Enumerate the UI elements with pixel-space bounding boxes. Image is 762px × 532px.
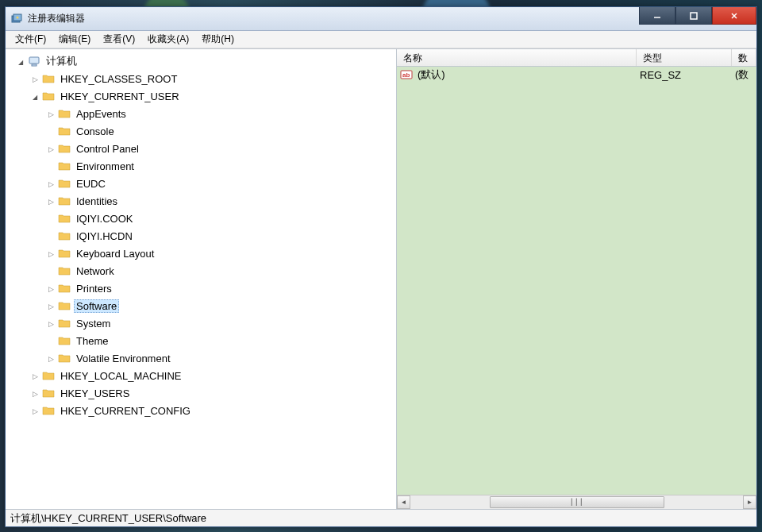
expand-toggle-icon[interactable]: [29, 75, 40, 83]
tree-label: IQIYI.HCDN: [74, 229, 135, 243]
minimize-button[interactable]: [639, 7, 675, 25]
scroll-thumb[interactable]: ┃┃┃: [490, 496, 664, 508]
menu-edit[interactable]: 编辑(E): [52, 31, 97, 48]
expand-toggle-icon[interactable]: [45, 302, 56, 310]
expand-toggle-icon[interactable]: [45, 197, 56, 206]
tree-node-environment[interactable]: Environment: [10, 157, 396, 175]
expand-toggle-icon[interactable]: [45, 354, 56, 363]
tree-node-iqiyihcdn[interactable]: IQIYI.HCDN: [10, 227, 396, 245]
svg-point-2: [17, 16, 19, 18]
folder-icon: [58, 352, 71, 364]
value-data: (数: [735, 67, 756, 82]
expand-toggle-icon[interactable]: [29, 372, 40, 380]
tree-label: Software: [74, 299, 119, 313]
window-registry-editor: 注册表编辑器 文件(F) 编辑(E) 查看(V) 收藏夹(A) 帮助(H) 计算…: [5, 6, 757, 527]
tree-node-computer[interactable]: 计算机: [10, 52, 396, 70]
tree-node-keyboard[interactable]: Keyboard Layout: [10, 245, 396, 262]
string-value-icon: ab: [400, 68, 413, 81]
tree-label: System: [74, 317, 113, 330]
tree-node-theme[interactable]: Theme: [10, 332, 396, 349]
tree-label: Theme: [74, 334, 110, 348]
folder-icon: [58, 264, 71, 277]
status-bar: 计算机\HKEY_CURRENT_USER\Software: [6, 509, 756, 526]
expand-toggle-icon[interactable]: [45, 284, 56, 293]
maximize-button[interactable]: [675, 7, 712, 25]
menu-bar: 文件(F) 编辑(E) 查看(V) 收藏夹(A) 帮助(H): [6, 31, 756, 48]
menu-help[interactable]: 帮助(H): [195, 31, 241, 48]
tree-node-volatile[interactable]: Volatile Environment: [10, 349, 396, 367]
svg-rect-8: [32, 64, 37, 66]
menu-favorites[interactable]: 收藏夹(A): [141, 31, 195, 48]
tree-node-hkcr[interactable]: HKEY_CLASSES_ROOT: [10, 70, 396, 87]
tree-node-hkcu[interactable]: HKEY_CURRENT_USER: [10, 87, 396, 105]
scroll-right-button[interactable]: ►: [743, 495, 756, 509]
computer-icon: [28, 55, 40, 67]
folder-icon: [58, 334, 71, 347]
tree-label: Volatile Environment: [74, 352, 173, 365]
folder-icon: [42, 90, 55, 102]
svg-text:ab: ab: [402, 71, 410, 79]
folder-icon: [58, 107, 71, 120]
folder-icon: [58, 317, 71, 330]
folder-icon: [58, 177, 71, 190]
tree-label: HKEY_CURRENT_CONFIG: [58, 404, 193, 418]
tree-node-software[interactable]: Software: [10, 297, 396, 314]
list-body[interactable]: ab (默认) REG_SZ (数: [397, 67, 756, 495]
status-path: 计算机\HKEY_CURRENT_USER\Software: [10, 511, 206, 526]
tree-node-controlpanel[interactable]: Control Panel: [10, 140, 396, 157]
horizontal-scrollbar[interactable]: ◄ ┃┃┃ ►: [397, 495, 756, 509]
tree-label: IQIYI.COOK: [74, 212, 136, 226]
expand-toggle-icon[interactable]: [45, 179, 56, 188]
list-row-default[interactable]: ab (默认) REG_SZ (数: [397, 67, 756, 83]
folder-icon: [42, 387, 55, 399]
tree-label: HKEY_USERS: [58, 387, 132, 400]
scroll-track[interactable]: ┃┃┃: [410, 495, 743, 509]
tree-node-hklm[interactable]: HKEY_LOCAL_MACHINE: [10, 367, 396, 384]
tree-node-system[interactable]: System: [10, 314, 396, 332]
folder-icon: [58, 299, 71, 312]
tree-node-appevents[interactable]: AppEvents: [10, 105, 396, 122]
window-title: 注册表编辑器: [28, 12, 85, 25]
column-header-type[interactable]: 类型: [637, 49, 732, 66]
tree-node-console[interactable]: Console: [10, 122, 396, 140]
tree-label: Console: [74, 125, 117, 138]
tree-node-printers[interactable]: Printers: [10, 279, 396, 297]
tree-pane[interactable]: 计算机 HKEY_CLASSES_ROOT HKEY_CURRENT_USER …: [6, 49, 397, 509]
tree-node-hku[interactable]: HKEY_USERS: [10, 384, 396, 402]
expand-toggle-icon[interactable]: [45, 110, 56, 118]
tree-label: AppEvents: [74, 107, 129, 121]
tree-node-identities[interactable]: Identities: [10, 192, 396, 210]
tree-label: 计算机: [44, 53, 79, 69]
expand-toggle-icon[interactable]: [45, 249, 56, 258]
tree-node-hkcc[interactable]: HKEY_CURRENT_CONFIG: [10, 402, 396, 419]
tree-node-eudc[interactable]: EUDC: [10, 175, 396, 192]
tree-label: Printers: [74, 282, 114, 295]
folder-icon: [58, 212, 71, 225]
expand-toggle-icon[interactable]: [29, 92, 40, 101]
main-area: 计算机 HKEY_CLASSES_ROOT HKEY_CURRENT_USER …: [6, 48, 756, 509]
scroll-left-button[interactable]: ◄: [397, 495, 410, 509]
values-pane: 名称 类型 数 ab (默认) REG_SZ (数 ◄ ┃┃┃: [397, 49, 756, 509]
folder-icon: [58, 229, 71, 242]
column-header-data[interactable]: 数: [732, 49, 756, 66]
menu-view[interactable]: 查看(V): [97, 31, 141, 48]
value-name: (默认): [416, 67, 640, 82]
expand-toggle-icon[interactable]: [29, 389, 40, 398]
column-header-name[interactable]: 名称: [397, 49, 637, 66]
expand-toggle-icon[interactable]: [45, 145, 56, 153]
value-type: REG_SZ: [640, 69, 735, 81]
tree-node-iqiyicook[interactable]: IQIYI.COOK: [10, 210, 396, 227]
expand-toggle-icon[interactable]: [29, 407, 40, 415]
folder-icon: [42, 404, 55, 417]
close-button[interactable]: [712, 7, 756, 25]
tree-label: Keyboard Layout: [74, 247, 156, 260]
expand-toggle-icon[interactable]: [15, 57, 26, 66]
folder-icon: [58, 160, 71, 172]
expand-toggle-icon[interactable]: [45, 319, 56, 328]
title-bar[interactable]: 注册表编辑器: [6, 7, 756, 31]
tree-label: HKEY_CURRENT_USER: [58, 90, 182, 103]
menu-file[interactable]: 文件(F): [9, 31, 52, 48]
tree-node-network[interactable]: Network: [10, 262, 396, 279]
app-icon: [10, 13, 23, 25]
tree-label: EUDC: [74, 177, 108, 191]
